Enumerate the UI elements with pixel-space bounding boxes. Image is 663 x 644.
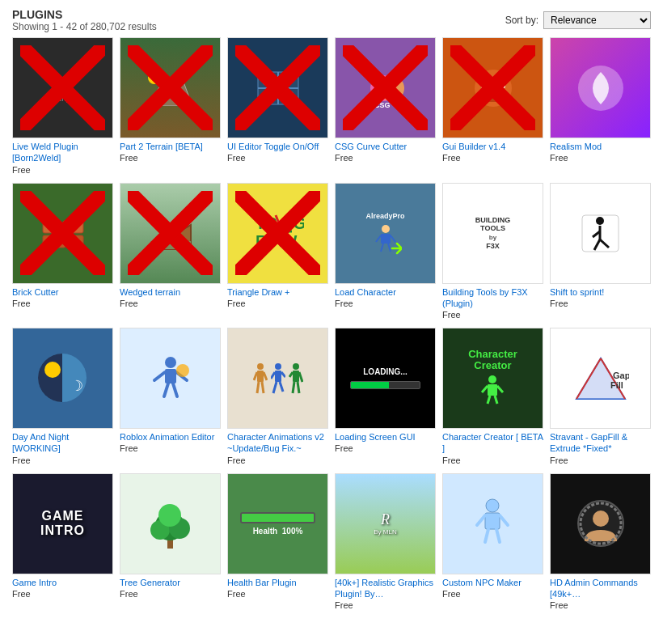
plugin-thumbnail: Gap Fill xyxy=(550,328,651,429)
plugin-thumbnail xyxy=(120,473,221,574)
plugin-item[interactable]: UI Editor Toggle On/OffFree xyxy=(227,37,328,175)
svg-line-88 xyxy=(497,386,503,392)
svg-rect-28 xyxy=(43,235,65,248)
plugin-name: Loading Screen GUI xyxy=(335,431,436,443)
svg-rect-22 xyxy=(481,84,505,88)
svg-rect-21 xyxy=(485,92,501,96)
plugin-item[interactable]: BUILDINGTOOLSbyF3X Building Tools by F3X… xyxy=(442,183,543,320)
plugin-item[interactable]: CSG CSG Curve CutterFree xyxy=(335,37,436,175)
svg-rect-86 xyxy=(488,384,497,396)
plugin-name: Character Animations v2 ~Update/Bug Fix.… xyxy=(227,431,328,455)
plugin-price: Free xyxy=(335,443,436,453)
plugin-price: Free xyxy=(442,589,543,599)
plugin-item[interactable]: Realism ModFree xyxy=(550,37,651,175)
svg-line-64 xyxy=(164,383,168,396)
plugin-item[interactable]: LOADING... Loading Screen GUIFree xyxy=(335,328,436,465)
plugin-item[interactable]: Roblox Animation EditorFree xyxy=(120,328,221,465)
plugin-item[interactable]: Born2 Weld Script Live Weld Plugin [Born… xyxy=(12,37,113,175)
svg-point-109 xyxy=(593,511,609,527)
svg-point-66 xyxy=(176,364,189,377)
sort-select[interactable]: Relevance Most Favorited Most Visited Ne… xyxy=(543,11,651,29)
svg-line-87 xyxy=(482,386,488,392)
plugin-name: Gui Builder v1.4 xyxy=(442,141,543,152)
svg-text:R AW: R AW xyxy=(255,232,298,250)
plugin-name: Triangle Draw + xyxy=(227,286,328,298)
svg-line-82 xyxy=(299,372,302,382)
page-title: PLUGINS xyxy=(12,8,157,21)
plugin-thumbnail xyxy=(550,37,651,138)
plugin-thumbnail: Born2 Weld Script xyxy=(12,37,113,138)
svg-line-70 xyxy=(264,372,267,380)
svg-line-89 xyxy=(488,396,490,404)
svg-rect-26 xyxy=(43,221,59,233)
svg-line-77 xyxy=(273,382,277,393)
plugin-thumbnail xyxy=(442,473,543,574)
plugin-item[interactable]: Character Animations v2 ~Update/Bug Fix.… xyxy=(227,328,328,465)
plugin-price: Free xyxy=(442,455,543,465)
plugin-price: Free xyxy=(12,299,113,308)
svg-line-49 xyxy=(381,244,383,252)
plugin-price: Free xyxy=(550,600,651,610)
plugin-price: Free xyxy=(120,589,221,599)
svg-line-72 xyxy=(262,382,264,393)
plugin-item[interactable]: HD Admin Commands [49k+…Free xyxy=(550,473,651,611)
plugin-item[interactable]: R By MLN [40k+] Realistic Graphics Plugi… xyxy=(335,473,436,611)
plugin-item[interactable]: TR NG R AW Triangle Draw +Free xyxy=(227,183,328,320)
svg-rect-46 xyxy=(381,234,391,244)
plugin-thumbnail xyxy=(120,183,221,284)
svg-point-79 xyxy=(293,363,299,370)
plugin-name: UI Editor Toggle On/Off xyxy=(227,141,328,152)
svg-text:Fill: Fill xyxy=(610,380,623,390)
plugin-item[interactable]: Character Creator Character Creator [ BE… xyxy=(442,328,543,465)
plugin-thumbnail: TR NG R AW xyxy=(227,183,328,284)
plugin-name: Custom NPC Maker xyxy=(442,577,543,588)
plugin-item[interactable]: Gap Fill Stravant - GapFill & Extrude *F… xyxy=(550,328,651,465)
plugin-item[interactable]: Tree GeneratorFree xyxy=(120,473,221,611)
plugin-price: Free xyxy=(335,299,436,308)
sort-label: Sort by: xyxy=(505,15,538,26)
plugin-item[interactable]: Wedged terrainFree xyxy=(120,183,221,320)
svg-line-71 xyxy=(257,382,259,393)
plugin-price: Free xyxy=(550,299,651,308)
plugin-price: Free xyxy=(550,455,651,465)
plugin-item[interactable]: GAMEINTRO Game IntroFree xyxy=(12,473,113,611)
svg-line-90 xyxy=(495,396,497,404)
plugin-item[interactable]: Part 2 Terrain [BETA]Free xyxy=(120,37,221,175)
svg-line-69 xyxy=(254,372,257,380)
plugin-item[interactable]: Health 100% Health Bar PluginFree xyxy=(227,473,328,611)
plugin-thumbnail xyxy=(442,37,543,138)
plugin-name: Health Bar Plugin xyxy=(227,577,328,588)
sort-area: Sort by: Relevance Most Favorited Most V… xyxy=(505,11,651,29)
plugin-item[interactable]: AlreadyPro Load CharacterFree xyxy=(335,183,436,320)
svg-line-107 xyxy=(496,529,500,542)
svg-line-105 xyxy=(500,515,508,525)
plugin-item[interactable]: Shift to sprint!Free xyxy=(550,183,651,320)
svg-point-58 xyxy=(44,362,61,378)
svg-point-52 xyxy=(596,217,604,225)
plugin-name: Live Weld Plugin [Born2Weld] xyxy=(12,141,113,164)
svg-line-106 xyxy=(485,529,488,542)
header-left: PLUGINS Showing 1 - 42 of 280,702 result… xyxy=(12,8,157,32)
svg-line-78 xyxy=(280,382,283,392)
plugin-thumbnail: R By MLN xyxy=(335,473,436,574)
plugin-name: Wedged terrain xyxy=(120,286,221,298)
plugin-price: Free xyxy=(550,153,651,163)
plugin-item[interactable]: Custom NPC MakerFree xyxy=(442,473,543,611)
plugin-name: Character Creator [ BETA ] xyxy=(442,431,543,455)
plugin-thumbnail xyxy=(227,37,328,138)
svg-line-47 xyxy=(376,235,381,242)
plugin-item[interactable]: Gui Builder v1.4Free xyxy=(442,37,543,175)
svg-rect-61 xyxy=(165,369,176,383)
svg-point-67 xyxy=(257,363,264,370)
svg-line-81 xyxy=(289,372,293,377)
plugin-name: Brick Cutter xyxy=(12,286,113,298)
plugin-name: Realism Mod xyxy=(550,141,651,152)
plugin-item[interactable]: Brick CutterFree xyxy=(12,183,113,320)
plugin-name: Game Intro xyxy=(12,577,113,588)
svg-point-31 xyxy=(76,244,79,247)
plugin-thumbnail xyxy=(550,183,651,284)
svg-line-62 xyxy=(154,372,165,380)
svg-rect-74 xyxy=(275,371,281,382)
plugin-name: Load Character xyxy=(335,286,436,298)
plugin-item[interactable]: ☽ Day And Night [WORKING]Free xyxy=(12,328,113,465)
